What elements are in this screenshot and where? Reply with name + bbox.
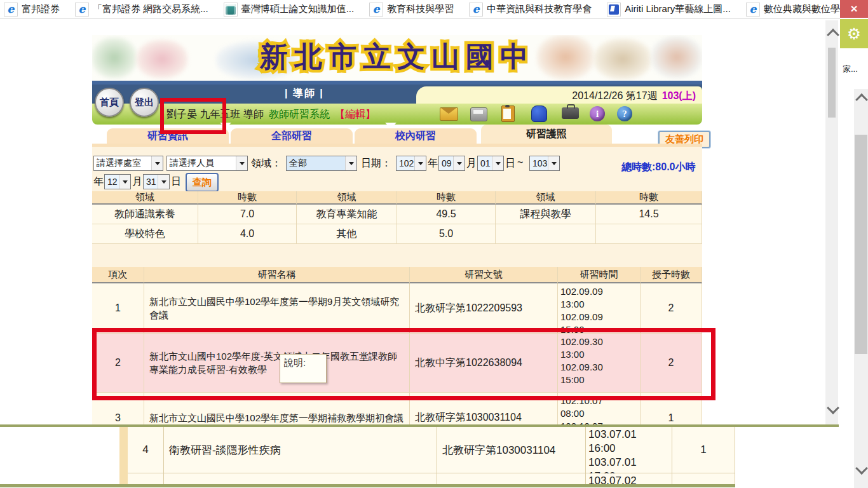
backpack-icon[interactable] (531, 105, 547, 122)
user-line: 劉子晏 九年五班 導師 教師研習系統 【編輯】 (166, 108, 376, 121)
chevron-up-icon[interactable] (857, 95, 866, 107)
close-icon: × (850, 2, 857, 16)
to-year-select[interactable]: 103 (529, 156, 560, 171)
chevron-down-icon (236, 156, 247, 170)
summary-header: 領域 (496, 191, 596, 205)
bookmark-label: 臺灣博碩士論文知識加值... (241, 3, 355, 15)
chevron-down-icon (158, 175, 169, 189)
detail-header: 項次 (92, 267, 144, 283)
detail-header: 研習文號 (410, 267, 558, 283)
year-suffix: 年 (428, 157, 438, 170)
tab-training-passport[interactable]: 研習護照 (481, 125, 612, 144)
table-row-highlighted: 2 新北市文山國中102學年度-英文領域十二年國教五堂課教師專業能力成長研習-有… (92, 334, 702, 393)
chevron-down-icon[interactable] (829, 403, 837, 415)
bookmark-item[interactable]: e「富邦證券 網路交易系統... (75, 3, 208, 17)
semester-badge: 103(上) (662, 90, 696, 103)
airiti-icon (607, 3, 621, 17)
main-window: 新北市立文山國中 新北市立文山國中 2014/12/26 第17週 103(上)… (0, 19, 840, 427)
bookmark-item[interactable]: 臺灣博碩士論文知識加值... (224, 3, 355, 17)
from-year-select[interactable]: 102 (396, 156, 426, 171)
printer-icon[interactable] (470, 107, 487, 121)
summary-table: 領域 時數 領域 時數 領域 時數 教師通識素養 7.0 教育專業知能 49.5… (92, 191, 702, 244)
bookmark-label: 中華資訊與科技教育學會 (487, 3, 592, 15)
help-icon[interactable]: ? (617, 106, 632, 121)
from-month-select[interactable]: 09 (438, 156, 465, 171)
chevron-down-icon (151, 156, 163, 170)
date-text: 2014/12/26 第17週 (572, 90, 657, 103)
month-suffix: 月 (132, 175, 142, 189)
system-link[interactable]: 教師研習系統 (269, 108, 330, 121)
gear-icon: ⚙ (847, 25, 861, 43)
year-suffix: 年 (93, 175, 104, 189)
month-suffix: 月 (466, 157, 477, 170)
ie-icon: e (369, 3, 383, 17)
settings-button[interactable]: ⚙ (840, 19, 868, 48)
bookmark-item[interactable]: e教育科技與學習 (369, 3, 454, 17)
clipboard-icon[interactable] (501, 105, 515, 122)
bookmark-label: 「富邦證券 網路交易系統... (93, 3, 208, 15)
bookmark-item[interactable]: Airiti Library華藝線上圖... (607, 3, 731, 17)
overlay-window-strip: 4 衛教研習-談隱形性疾病 北教研字第1030031104 103.07.01 … (0, 427, 840, 488)
close-button[interactable]: × (840, 0, 868, 18)
detail-header: 授予時數 (641, 267, 702, 283)
table-row: 3 新北市立文山國民中學102學年度第一學期補救教學期初會議 北教研字第1030… (92, 393, 702, 427)
ie-icon: e (75, 3, 89, 17)
from-day-select[interactable]: 01 (477, 156, 504, 171)
ie-icon: e (4, 3, 18, 17)
bookmark-label: 富邦證券 (22, 3, 60, 15)
right-scrollbar-thumb[interactable] (855, 135, 867, 354)
tab-school-training[interactable]: 校內研習 (355, 128, 477, 144)
summary-header: 領域 (92, 191, 198, 205)
chevron-up-icon[interactable] (829, 30, 837, 42)
person-select[interactable]: 請選擇人員 (166, 156, 248, 171)
chevron-down-icon (548, 156, 559, 170)
summary-header: 時數 (596, 191, 702, 205)
bookmark-item[interactable]: e中華資訊與科技教育學會 (469, 3, 592, 17)
envelope-icon[interactable] (440, 107, 458, 121)
overlay-table: 4 衛教研習-談隱形性疾病 北教研字第1030031104 103.07.01 … (128, 427, 735, 487)
chevron-down-icon[interactable] (857, 464, 866, 475)
summary-row: 教師通識素養 7.0 教育專業知能 49.5 課程與教學 14.5 學校特色 4… (92, 205, 702, 244)
table-row: 1 新北市立文山國民中學102學年度第一學期9月英文領域研究會議 北教研字第10… (92, 283, 702, 334)
role-header: | 導師 | (285, 87, 324, 100)
to-day-select[interactable]: 31 (143, 174, 170, 189)
ie-icon: e (746, 3, 760, 17)
summary-header: 時數 (198, 191, 297, 205)
chevron-down-icon (453, 156, 465, 170)
search-button[interactable]: 查詢 (186, 173, 219, 192)
tab-all-training[interactable]: 全部研習 (231, 128, 353, 144)
tooltip: 說明: (280, 354, 327, 383)
domain-label: 領域： (251, 157, 281, 170)
bookmark-item[interactable]: e富邦證券 (4, 3, 60, 17)
overlay-page-edge (119, 427, 128, 484)
detail-header: 研習時間 (558, 267, 641, 283)
logout-button[interactable]: 登出 (130, 88, 159, 117)
briefcase-icon[interactable] (562, 104, 579, 119)
detail-table: 項次 研習名稱 研習文號 研習時間 授予時數 1 新北市立文山國民中學102學年… (92, 267, 702, 427)
tabs-row: 研習資訊 全部研習 校內研習 研習護照 友善列印 (92, 125, 840, 144)
chevron-down-icon (492, 156, 503, 170)
summary-header: 領域 (297, 191, 397, 205)
bookmark-label: Airiti Library華藝線上圖... (625, 3, 731, 15)
content-body: 請選擇處室 請選擇人員 領域： 全部 日期： 102 年 09 月 01 日 ~… (92, 144, 702, 427)
info-icon[interactable]: i (590, 106, 605, 121)
department-select[interactable]: 請選擇處室 (93, 156, 163, 171)
bookmark-label: 教育科技與學習 (387, 3, 454, 15)
home-button[interactable]: 首頁 (95, 88, 124, 117)
chevron-down-icon (119, 175, 130, 189)
day-suffix: 日 (505, 157, 515, 170)
ndltd-icon (224, 3, 238, 17)
background-window-label: 家... (843, 64, 858, 75)
chevron-down-icon (414, 156, 426, 170)
summary-header: 時數 (397, 191, 496, 205)
tab-research-info[interactable]: 研習資訊 (107, 128, 229, 144)
detail-header: 研習名稱 (144, 267, 410, 283)
main-scrollbar-thumb[interactable] (828, 48, 836, 118)
domain-select[interactable]: 全部 (286, 156, 357, 171)
table-row: 4 衛教研習-談隱形性疾病 北教研字第1030031104 103.07.01 … (128, 427, 735, 473)
tilde: ~ (517, 157, 523, 168)
edit-link[interactable]: 【編輯】 (335, 108, 376, 121)
chevron-down-icon (345, 156, 356, 170)
to-month-select[interactable]: 12 (104, 174, 131, 189)
day-suffix: 日 (171, 175, 181, 189)
